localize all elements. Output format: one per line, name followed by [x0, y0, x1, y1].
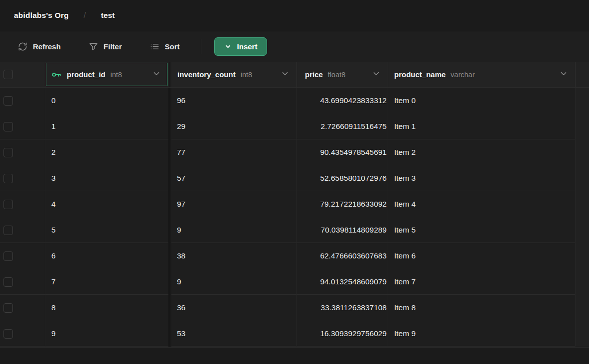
table-row: 27790.4354978545691Item 2 [0, 139, 589, 165]
cell-product_name[interactable]: Item 9 [388, 321, 576, 347]
filter-button[interactable]: Filter [89, 42, 122, 51]
cell-inventory_count[interactable]: 77 [171, 139, 297, 165]
cell-product_id[interactable]: 1 [45, 114, 168, 139]
row-checkbox[interactable] [3, 303, 13, 313]
row-select-cell [0, 269, 45, 295]
filter-icon [89, 42, 98, 51]
row-select-cell [0, 139, 45, 165]
table-row: 35752.6585801072976Item 3 [0, 165, 589, 191]
row-select-cell [0, 321, 45, 347]
column-header-price[interactable]: price float8 [297, 62, 388, 87]
row-select-cell [0, 165, 45, 191]
cell-price[interactable]: 16.3093929756029 [297, 321, 388, 347]
refresh-button[interactable]: Refresh [18, 42, 61, 51]
sort-button[interactable]: Sort [150, 42, 180, 51]
chevron-down-icon[interactable] [372, 69, 381, 80]
column-type: varchar [450, 71, 474, 79]
cell-product_id[interactable]: 3 [45, 165, 168, 191]
cell-price[interactable]: 90.4354978545691 [297, 139, 388, 165]
row-checkbox[interactable] [3, 96, 13, 106]
row-select-cell [0, 243, 45, 269]
cell-price[interactable]: 43.6990423833312 [297, 88, 388, 114]
cell-price[interactable]: 94.0132548609079 [297, 269, 388, 295]
table-row: 7994.0132548609079Item 7 [0, 269, 589, 295]
table-toolbar: Refresh Filter Sort Insert [0, 31, 589, 62]
row-checkbox[interactable] [3, 148, 13, 157]
row-checkbox[interactable] [3, 251, 13, 261]
footer-bar [0, 347, 589, 364]
column-header-product-id[interactable]: product_id int8 [45, 62, 168, 87]
cell-product_id[interactable]: 2 [45, 139, 168, 165]
cell-price[interactable]: 70.0398114809289 [297, 217, 388, 243]
column-header-inventory-count[interactable]: inventory_count int8 [171, 62, 297, 87]
cell-product_name[interactable]: Item 0 [388, 88, 576, 114]
breadcrumb: abidlabs's Org / test [0, 0, 589, 31]
chevron-down-icon[interactable] [559, 69, 568, 80]
breadcrumb-table-name[interactable]: test [101, 11, 115, 20]
column-type: float8 [328, 71, 345, 79]
row-select-cell [0, 191, 45, 217]
row-filler [576, 165, 589, 191]
row-checkbox[interactable] [3, 200, 13, 209]
table-row: 49779.2172218633092Item 4 [0, 191, 589, 217]
row-select-cell [0, 217, 45, 243]
column-name: inventory_count [177, 70, 236, 79]
row-filler [576, 321, 589, 347]
sort-icon [150, 42, 159, 51]
cell-product_id[interactable]: 5 [45, 217, 168, 243]
cell-inventory_count[interactable]: 9 [171, 269, 297, 295]
cell-product_name[interactable]: Item 3 [388, 165, 576, 191]
cell-inventory_count[interactable]: 57 [171, 165, 297, 191]
filter-label: Filter [104, 42, 122, 51]
select-all-checkbox[interactable] [3, 70, 13, 79]
cell-product_name[interactable]: Item 8 [388, 295, 576, 321]
cell-product_id[interactable]: 6 [45, 243, 168, 269]
cell-product_name[interactable]: Item 1 [388, 114, 576, 139]
insert-button[interactable]: Insert [214, 37, 268, 56]
row-filler [576, 243, 589, 269]
cell-product_name[interactable]: Item 4 [388, 191, 576, 217]
row-filler [576, 295, 589, 321]
row-filler [576, 217, 589, 243]
column-name: product_name [394, 70, 445, 79]
chevron-down-icon[interactable] [152, 69, 161, 80]
cell-inventory_count[interactable]: 9 [171, 217, 297, 243]
row-select-cell [0, 114, 45, 139]
cell-price[interactable]: 79.2172218633092 [297, 191, 388, 217]
cell-product_id[interactable]: 0 [45, 88, 168, 114]
cell-inventory_count[interactable]: 36 [171, 295, 297, 321]
refresh-icon [18, 42, 27, 51]
cell-inventory_count[interactable]: 38 [171, 243, 297, 269]
row-checkbox[interactable] [3, 174, 13, 183]
row-select-cell [0, 295, 45, 321]
cell-product_name[interactable]: Item 7 [388, 269, 576, 295]
cell-price[interactable]: 2.72660911516475 [297, 114, 388, 139]
row-filler [576, 139, 589, 165]
cell-inventory_count[interactable]: 29 [171, 114, 297, 139]
cell-product_name[interactable]: Item 6 [388, 243, 576, 269]
cell-product_id[interactable]: 9 [45, 321, 168, 347]
cell-product_id[interactable]: 4 [45, 191, 168, 217]
cell-price[interactable]: 52.6585801072976 [297, 165, 388, 191]
cell-product_id[interactable]: 7 [45, 269, 168, 295]
cell-product_name[interactable]: Item 5 [388, 217, 576, 243]
cell-product_name[interactable]: Item 2 [388, 139, 576, 165]
cell-price[interactable]: 33.3811263837108 [297, 295, 388, 321]
column-name: price [305, 70, 323, 79]
cell-inventory_count[interactable]: 53 [171, 321, 297, 347]
column-header-product-name[interactable]: product_name varchar [388, 62, 576, 87]
cell-product_id[interactable]: 8 [45, 295, 168, 321]
row-checkbox[interactable] [3, 226, 13, 235]
breadcrumb-org[interactable]: abidlabs's Org [14, 11, 69, 20]
row-checkbox[interactable] [3, 277, 13, 287]
toolbar-divider [201, 39, 201, 54]
cell-inventory_count[interactable]: 97 [171, 191, 297, 217]
row-checkbox[interactable] [3, 122, 13, 131]
table-row: 5970.0398114809289Item 5 [0, 217, 589, 243]
refresh-label: Refresh [33, 42, 61, 51]
cell-inventory_count[interactable]: 96 [171, 88, 297, 114]
row-checkbox[interactable] [3, 329, 13, 339]
chevron-down-icon[interactable] [281, 69, 290, 80]
cell-price[interactable]: 62.4766603607683 [297, 243, 388, 269]
chevron-down-icon [224, 43, 232, 50]
